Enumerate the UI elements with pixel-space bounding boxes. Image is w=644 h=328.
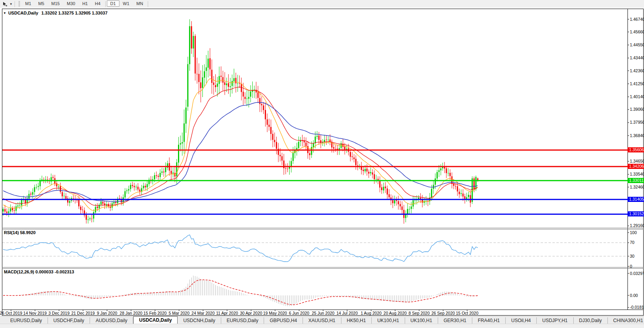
price-axis-label: 1.32460 bbox=[630, 185, 644, 189]
chart-tab-uk100-h1[interactable]: UK100,H1 bbox=[372, 317, 405, 324]
rsi-axis-label: 30 bbox=[630, 254, 635, 258]
price-axis-label: 1.40140 bbox=[630, 94, 644, 99]
chart-tab-china300-h1[interactable]: CHINA300,H1 bbox=[608, 317, 644, 324]
chart-tab-eurusd-daily[interactable]: EURUSD,Daily bbox=[221, 317, 264, 324]
price-axis-label: 1.29160 bbox=[630, 223, 644, 228]
macd-indicator-label: MACD(12,26,9) 0.000033 -0.002313 bbox=[4, 269, 74, 274]
macd-axis-label: -0.018154 bbox=[630, 305, 644, 310]
chart-tab-xauusd-h1[interactable]: XAUUSD,H1 bbox=[303, 317, 341, 324]
price-axis-label: 1.41250 bbox=[630, 81, 644, 86]
chart-tab-usoil-h4[interactable]: USOil,H4 bbox=[506, 317, 537, 324]
hline-price-tag: 1.30152 bbox=[627, 211, 644, 216]
chart-tab-audusd-daily[interactable]: AUDUSD,Daily bbox=[90, 317, 133, 324]
rsi-indicator-label: RSI(14) 58.9920 bbox=[4, 230, 36, 235]
price-axis-label: 1.33540 bbox=[630, 172, 644, 176]
price-axis-label: 1.37950 bbox=[630, 120, 644, 125]
chart-tab-eurusd-daily[interactable]: EURUSD,Daily bbox=[5, 317, 48, 324]
macd-axis-label: 0.032972 bbox=[630, 271, 644, 276]
chart-tab-usdchf-daily[interactable]: USDCHF,Daily bbox=[48, 317, 90, 324]
price-axis-label: 1.45660 bbox=[630, 29, 644, 34]
chart-tab-usdcad-daily[interactable]: USDCAD,Daily bbox=[133, 316, 178, 324]
hline-price-tag: 1.34206 bbox=[627, 164, 644, 169]
chart-tab-hk50-h1[interactable]: HK50,H1 bbox=[341, 317, 372, 324]
mt4-terminal: ▼ M1M5M15M30H1H4D1W1MN ▼USDCAD,Daily1.33… bbox=[0, 0, 644, 328]
price-axis-label: 1.34650 bbox=[630, 159, 644, 163]
rsi-axis-label: 0 bbox=[630, 264, 632, 269]
price-axis-label: 1.44550 bbox=[630, 42, 644, 47]
collapse-indicator-icon[interactable]: ▼ bbox=[3, 11, 6, 15]
chart-tab-usdcnh-daily[interactable]: USDCNH,Daily bbox=[178, 317, 221, 324]
status-strip bbox=[0, 324, 644, 328]
rsi-axis-label: 70 bbox=[630, 240, 635, 245]
price-axis-label: 1.36840 bbox=[630, 133, 644, 138]
hline-price-tag: 1.31405 bbox=[627, 197, 644, 202]
macd-axis-label: 0.00 bbox=[630, 293, 638, 298]
chart-symbol-period: USDCAD,Daily bbox=[8, 11, 38, 15]
price-axis-label: 1.43440 bbox=[630, 55, 644, 60]
chart-ohlc-values: 1.33202 1.33275 1.32905 1.33037 bbox=[41, 11, 107, 15]
price-axis-label: 1.39060 bbox=[630, 107, 644, 112]
chart-tab-usdjpy-h1[interactable]: USDJPY,H1 bbox=[537, 317, 573, 324]
hline-price-tag: 1.35606 bbox=[627, 147, 644, 152]
hline-price-tag: 1.33011 bbox=[627, 178, 644, 183]
chart-tab-uk100-h1[interactable]: UK100,H1 bbox=[405, 317, 438, 324]
rsi-axis-label: 100 bbox=[630, 230, 637, 235]
chart-canvas[interactable] bbox=[0, 0, 644, 328]
chart-tab-dj30-daily[interactable]: DJ30,Daily bbox=[574, 317, 608, 324]
chart-title: ▼USDCAD,Daily1.33202 1.33275 1.32905 1.3… bbox=[3, 11, 108, 15]
date-axis-label: 15 Oct 2020 bbox=[450, 311, 484, 315]
chart-tab-ger30-h1[interactable]: GER30,H1 bbox=[438, 317, 472, 324]
price-axis-label: 1.46740 bbox=[630, 17, 644, 22]
chart-tab-fra40-h1[interactable]: FRA40,H1 bbox=[472, 317, 506, 324]
chart-tab-bar: EURUSD,DailyUSDCHF,DailyAUDUSD,DailyUSDC… bbox=[0, 316, 644, 324]
chart-tab-gbpusd-h4[interactable]: GBPUSD,H4 bbox=[264, 317, 303, 324]
chart-tabs: EURUSD,DailyUSDCHF,DailyAUDUSD,DailyUSDC… bbox=[0, 316, 644, 324]
price-axis-label: 1.42360 bbox=[630, 68, 644, 73]
